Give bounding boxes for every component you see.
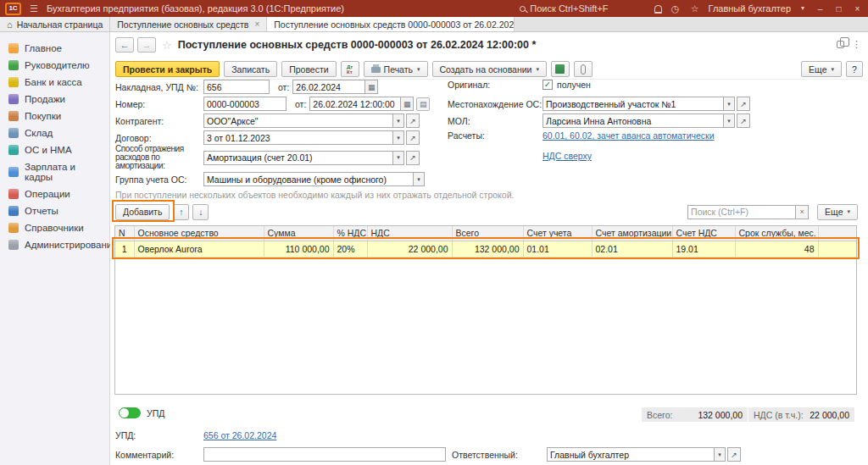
history-clock-icon[interactable]: ◷ xyxy=(670,4,682,14)
upd-toggle[interactable] xyxy=(119,407,141,418)
column-header-asset[interactable]: Основное средство xyxy=(134,226,264,241)
vat-mode-link[interactable]: НДС сверху xyxy=(542,151,592,161)
create-based-on-button[interactable]: Создать на основании ▾ xyxy=(432,61,547,77)
sidebar-item-sales[interactable]: Продажи xyxy=(0,91,109,108)
cell-n[interactable]: 1 xyxy=(115,241,134,257)
column-header-account[interactable]: Счет учета xyxy=(523,226,592,241)
cell-sum[interactable]: 110 000,00 xyxy=(264,241,333,257)
current-user-label[interactable]: Главный бухгалтер xyxy=(709,3,791,14)
cell-vat-pct[interactable]: 20% xyxy=(333,241,367,257)
sidebar-item-purchases[interactable]: Покупки xyxy=(0,108,109,125)
sidebar-item-payroll[interactable]: Зарплата и кадры xyxy=(0,158,109,185)
print-button[interactable]: Печать ▾ xyxy=(364,61,428,77)
chevron-down-icon[interactable]: ▾ xyxy=(393,113,404,128)
open-icon[interactable]: ↗ xyxy=(406,130,420,145)
sidebar-item-reports[interactable]: Отчеты xyxy=(0,202,109,219)
favorites-star-icon[interactable]: ☆ xyxy=(689,4,701,14)
column-header-n[interactable]: N xyxy=(115,226,134,241)
app-logo-icon[interactable]: 1С xyxy=(5,3,21,15)
column-header-vat[interactable]: НДС xyxy=(367,226,452,241)
sidebar-item-main[interactable]: Главное xyxy=(0,40,109,57)
column-header-vat-account[interactable]: Счет НДС xyxy=(672,226,735,241)
menu-icon[interactable]: ☰ xyxy=(28,4,40,14)
tab-home[interactable]: ⌂ Начальная страница xyxy=(0,17,110,31)
chevron-down-icon[interactable]: ▾ xyxy=(393,130,404,145)
sidebar-item-directories[interactable]: Справочники xyxy=(0,219,109,236)
show-postings-button[interactable]: ДтКт xyxy=(341,61,359,77)
calendar-icon[interactable]: ▦ xyxy=(401,97,414,111)
table-search-input[interactable] xyxy=(687,205,796,219)
cell-total[interactable]: 132 000,00 xyxy=(452,241,523,257)
post-and-close-button[interactable]: Провести и закрыть xyxy=(115,61,220,77)
open-icon[interactable]: ↗ xyxy=(727,447,741,462)
attachments-button[interactable] xyxy=(574,61,593,77)
open-icon[interactable]: ↗ xyxy=(737,97,750,111)
column-header-months[interactable]: Срок службы, мес. xyxy=(735,226,818,241)
reports-grid-button[interactable] xyxy=(551,61,570,77)
table-row[interactable]: 1 Оверлок Aurora 110 000,00 20% 22 000,0… xyxy=(115,241,856,257)
table-more-button[interactable]: Еще ▾ xyxy=(817,204,858,220)
tab-close-icon[interactable]: × xyxy=(254,19,259,29)
cell-vat[interactable]: 22 000,00 xyxy=(367,241,452,257)
tab-document[interactable]: Поступление основных средств 0000-000003… xyxy=(267,17,515,31)
cell-months[interactable]: 48 xyxy=(735,241,818,257)
chevron-down-icon[interactable]: ▾ xyxy=(414,172,425,186)
move-down-button[interactable]: ↓ xyxy=(192,204,209,220)
sidebar-item-administration[interactable]: Администрирование xyxy=(0,236,109,253)
settlements-link[interactable]: 60.01, 60.02, зачет аванса автоматически xyxy=(542,130,715,141)
column-header-total[interactable]: Всего xyxy=(452,226,523,241)
invoice-date-input[interactable] xyxy=(292,80,365,94)
more-button[interactable]: Еще ▾ xyxy=(801,61,842,77)
contractor-input[interactable] xyxy=(203,113,393,128)
close-window-button[interactable]: × xyxy=(852,4,863,14)
clear-search-icon[interactable]: × xyxy=(796,205,809,219)
depreciation-method-input[interactable] xyxy=(203,151,393,165)
document-date-input[interactable] xyxy=(309,97,401,111)
help-button[interactable]: ? xyxy=(846,61,863,77)
sidebar-item-manager[interactable]: Руководителю xyxy=(0,57,109,74)
sidebar-item-operations[interactable]: Операции xyxy=(0,185,109,202)
calendar-icon[interactable]: ▦ xyxy=(365,80,378,94)
chevron-down-icon[interactable]: ▾ xyxy=(724,113,735,128)
minimize-button[interactable]: – xyxy=(815,4,826,14)
sidebar-item-fixed-assets[interactable]: ОС и НМА xyxy=(0,141,109,158)
comment-input[interactable] xyxy=(203,447,446,462)
post-button[interactable]: Провести xyxy=(281,61,336,77)
document-number-input[interactable] xyxy=(203,97,287,111)
save-button[interactable]: Записать xyxy=(224,61,277,77)
cell-vat-account[interactable]: 19.01 xyxy=(672,241,735,257)
maximize-button[interactable]: □ xyxy=(833,4,844,14)
original-checkbox[interactable]: ✓ xyxy=(542,80,553,90)
location-input[interactable] xyxy=(542,97,724,111)
back-button[interactable]: ← xyxy=(115,37,134,53)
cell-depr-account[interactable]: 02.01 xyxy=(592,241,672,257)
more-dots-icon[interactable]: ⋮ xyxy=(852,39,861,50)
sidebar-item-warehouse[interactable]: Склад xyxy=(0,125,109,141)
open-icon[interactable]: ↗ xyxy=(406,151,420,165)
cell-asset[interactable]: Оверлок Aurora xyxy=(134,241,264,257)
add-row-button[interactable]: Добавить xyxy=(115,204,170,220)
upd-document-link[interactable]: 656 от 26.02.2024 xyxy=(203,430,276,440)
move-up-button[interactable]: ↑ xyxy=(173,204,189,220)
chevron-down-icon[interactable]: ▾ xyxy=(393,151,404,165)
open-icon[interactable]: ↗ xyxy=(406,113,420,128)
chevron-down-icon[interactable]: ▾ xyxy=(724,97,735,111)
mol-input[interactable] xyxy=(542,113,724,128)
service-menu-chevron-icon[interactable]: ▾ xyxy=(798,5,807,12)
get-link-icon[interactable] xyxy=(837,41,844,48)
sidebar-item-bank-cash[interactable]: Банк и касса xyxy=(0,74,109,91)
column-header-vat-pct[interactable]: % НДС xyxy=(333,226,367,241)
forward-button[interactable]: → xyxy=(137,37,156,53)
global-search[interactable]: Поиск Ctrl+Shift+F xyxy=(520,3,608,14)
responsible-input[interactable] xyxy=(547,447,715,462)
edit-number-icon[interactable]: ▤ xyxy=(416,97,430,111)
tab-document-list[interactable]: Поступление основных средств × xyxy=(110,17,267,31)
contract-input[interactable] xyxy=(203,130,393,145)
favorite-star-icon[interactable]: ☆ xyxy=(162,39,172,52)
asset-group-input[interactable] xyxy=(203,172,414,186)
cell-account[interactable]: 01.01 xyxy=(523,241,592,257)
chevron-down-icon[interactable]: ▾ xyxy=(715,447,726,462)
invoice-number-input[interactable] xyxy=(203,80,270,94)
open-icon[interactable]: ↗ xyxy=(737,113,750,128)
column-header-depr-account[interactable]: Счет амортизации xyxy=(592,226,672,241)
